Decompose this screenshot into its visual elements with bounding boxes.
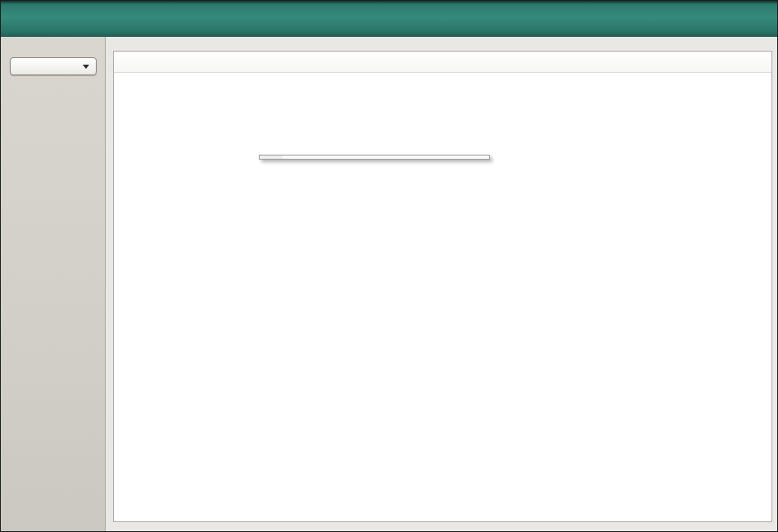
chevron-down-icon [83, 65, 89, 69]
app-window [0, 0, 778, 532]
title-bar [1, 1, 777, 37]
context-menu [259, 155, 490, 160]
format-select[interactable] [10, 57, 97, 75]
sidebar [1, 37, 106, 531]
file-list [113, 51, 772, 522]
list-header [114, 52, 771, 73]
